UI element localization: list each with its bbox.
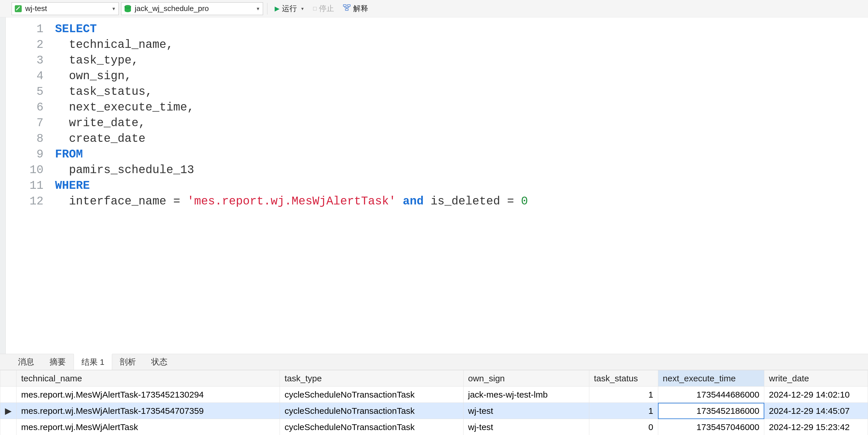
toolbar-separator (267, 3, 268, 14)
explain-icon (343, 3, 351, 13)
connection-icon (14, 5, 22, 13)
stop-button: □ 停止 (310, 2, 337, 15)
column-header-own_sign[interactable]: own_sign (463, 370, 589, 386)
row-pointer-header (0, 370, 17, 386)
svg-rect-4 (347, 5, 350, 6)
cell[interactable]: jack-mes-wj-test-lmb (463, 386, 589, 403)
cell[interactable]: 2024-12-29 15:23:42 (764, 419, 868, 435)
column-header-task_status[interactable]: task_status (589, 370, 658, 386)
row-pointer (0, 386, 17, 403)
row-pointer (0, 419, 17, 435)
sql-editor[interactable]: 1 2 3 4 5 6 7 8 9 10 11 12 SELECT techni… (0, 18, 868, 354)
cell[interactable]: cycleScheduleNoTransactionTask (280, 386, 463, 403)
row-pointer: ▶ (0, 403, 17, 419)
cell[interactable]: 1735452186000 (658, 403, 764, 419)
sql-code[interactable]: SELECT technical_name, task_type, own_si… (49, 18, 868, 354)
tab-4[interactable]: 状态 (144, 354, 175, 370)
connection-label: wj-test (25, 4, 107, 13)
cell[interactable]: wj-test (463, 403, 589, 419)
editor-gutter (0, 18, 6, 354)
tab-3[interactable]: 剖析 (112, 354, 144, 370)
column-header-next_execute_time[interactable]: next_execute_time (658, 370, 764, 386)
cell[interactable]: 1735444686000 (658, 386, 764, 403)
cell[interactable]: mes.report.wj.MesWjAlertTask (17, 419, 280, 435)
chevron-down-icon: ▾ (255, 5, 261, 12)
tab-0[interactable]: 消息 (10, 354, 42, 370)
cell[interactable]: cycleScheduleNoTransactionTask (280, 403, 463, 419)
play-icon: ▶ (275, 5, 280, 12)
explain-label: 解释 (353, 3, 368, 13)
result-tabs: 消息摘要结果 1剖析状态 (0, 354, 868, 370)
toolbar: wj-test ▾ jack_wj_schedule_pro ▾ ▶ 运行 ▼ … (0, 0, 868, 18)
run-button[interactable]: ▶ 运行 ▼ (272, 2, 308, 15)
connection-dropdown[interactable]: wj-test ▾ (11, 2, 119, 15)
results-table[interactable]: technical_nametask_typeown_signtask_stat… (0, 370, 868, 435)
tab-2[interactable]: 结果 1 (73, 354, 112, 370)
line-numbers: 1 2 3 4 5 6 7 8 9 10 11 12 (6, 18, 49, 354)
cell[interactable]: cycleScheduleNoTransactionTask (280, 419, 463, 435)
cell[interactable]: mes.report.wj.MesWjAlertTask-17354521302… (17, 386, 280, 403)
cell[interactable]: 1 (589, 403, 658, 419)
tab-1[interactable]: 摘要 (42, 354, 73, 370)
column-header-technical_name[interactable]: technical_name (17, 370, 280, 386)
svg-rect-3 (343, 5, 346, 6)
cell[interactable]: 0 (589, 419, 658, 435)
database-icon (124, 5, 132, 13)
chevron-down-icon: ▾ (111, 5, 117, 12)
explain-button[interactable]: 解释 (340, 2, 371, 15)
table-row[interactable]: ▶mes.report.wj.MesWjAlertTask-1735454707… (0, 403, 868, 419)
cell[interactable]: wj-test (463, 419, 589, 435)
svg-rect-5 (345, 9, 348, 10)
cell[interactable]: 2024-12-29 14:45:07 (764, 403, 868, 419)
cell[interactable]: 1735457046000 (658, 419, 764, 435)
database-dropdown[interactable]: jack_wj_schedule_pro ▾ (121, 2, 263, 15)
cell[interactable]: 2024-12-29 14:02:10 (764, 386, 868, 403)
column-header-task_type[interactable]: task_type (280, 370, 463, 386)
cell[interactable]: mes.report.wj.MesWjAlertTask-17354547073… (17, 403, 280, 419)
dropdown-arrow-icon: ▼ (301, 6, 305, 11)
column-header-write_date[interactable]: write_date (764, 370, 868, 386)
run-label: 运行 (282, 3, 297, 13)
database-label: jack_wj_schedule_pro (135, 4, 252, 13)
table-row[interactable]: mes.report.wj.MesWjAlertTask-17354521302… (0, 386, 868, 403)
stop-label: 停止 (319, 3, 334, 13)
stop-icon: □ (313, 5, 317, 12)
table-row[interactable]: mes.report.wj.MesWjAlertTaskcycleSchedul… (0, 419, 868, 435)
cell[interactable]: 1 (589, 386, 658, 403)
results-panel: technical_nametask_typeown_signtask_stat… (0, 370, 868, 435)
